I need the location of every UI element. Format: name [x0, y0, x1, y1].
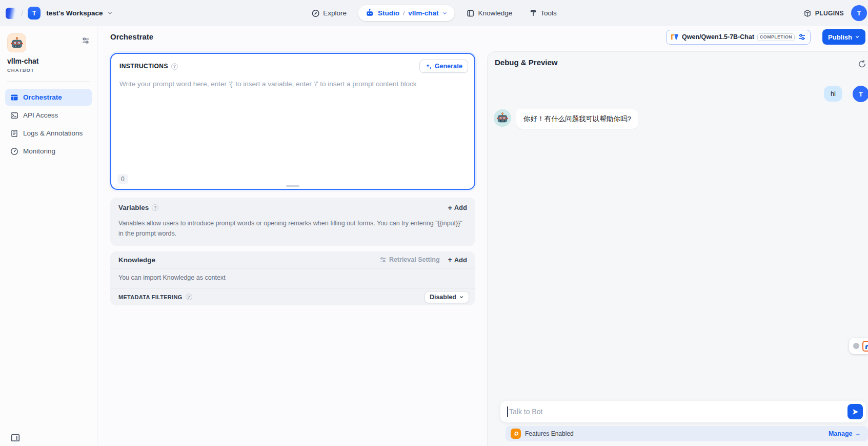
help-icon[interactable]: ?	[186, 294, 192, 300]
topbar-right: PLUGINS T	[803, 5, 864, 21]
sidebar-divider	[7, 81, 90, 82]
publish-button[interactable]: Publish	[822, 29, 865, 45]
app-page: / T test's Workspace Explore Studio / vl…	[0, 0, 868, 446]
send-icon	[852, 408, 859, 416]
metadata-filtering-select[interactable]: Disabled	[425, 291, 469, 303]
help-icon[interactable]: ?	[152, 204, 158, 211]
knowledge-panel: Knowledge Retrieval Setting + Add You ca…	[110, 251, 475, 305]
sidebar-item-api-access[interactable]: API Access	[5, 107, 92, 124]
chat-input-container	[500, 401, 866, 422]
chat-input[interactable]	[500, 401, 866, 422]
variables-panel: Variables ? + Add Variables allow users …	[110, 198, 475, 246]
nav-studio-app-name[interactable]: vllm-chat	[408, 9, 438, 17]
tools-icon	[529, 9, 537, 17]
topbar-nav: Explore Studio / vllm-chat Knowledge Too…	[306, 5, 562, 21]
plugins-button[interactable]: PLUGINS	[803, 9, 844, 17]
robot-emoji-icon	[496, 112, 509, 124]
dify-logo[interactable]	[6, 8, 16, 19]
resize-handle[interactable]	[286, 185, 299, 187]
app-settings-sliders-icon[interactable]	[82, 36, 90, 45]
model-name: Qwen/Qwen1.5-7B-Chat	[682, 33, 754, 41]
sparkle-icon	[425, 63, 432, 70]
app-header	[5, 33, 92, 52]
nav-studio-label[interactable]: Studio	[378, 9, 399, 17]
nav-knowledge-label: Knowledge	[478, 9, 513, 17]
sidebar-item-label: Logs & Annotations	[23, 129, 83, 137]
variables-description: Variables allow users to introduce promp…	[118, 218, 467, 239]
sidebar-item-label: Orchestrate	[23, 93, 62, 101]
user-message-bubble: hi	[824, 86, 842, 102]
user-avatar[interactable]: T	[851, 5, 867, 21]
header-separator	[817, 33, 817, 41]
plugins-label: PLUGINS	[815, 10, 844, 17]
model-settings-sliders-icon[interactable]	[798, 33, 806, 41]
generate-label: Generate	[435, 63, 462, 70]
orchestrate-config: INSTRUCTIONS ? Generate Write your promp…	[110, 53, 475, 305]
workspace-name[interactable]: test's Workspace	[46, 9, 103, 17]
manage-label: Manage	[829, 430, 853, 437]
topbar: / T test's Workspace Explore Studio / vl…	[0, 0, 868, 26]
manage-features-link[interactable]: Manage →	[829, 430, 861, 437]
sidebar-item-monitoring[interactable]: Monitoring	[5, 143, 92, 160]
user-chat-avatar: T	[853, 86, 868, 102]
char-count: 0	[117, 174, 128, 184]
help-icon[interactable]: ?	[171, 63, 178, 70]
add-variable-label: Add	[454, 204, 467, 211]
retrieval-setting-button[interactable]: Retrieval Setting	[379, 256, 440, 263]
collapse-sidebar-icon[interactable]	[11, 433, 20, 442]
model-selector[interactable]: Qwen/Qwen1.5-7B-Chat COMPLETION	[666, 30, 811, 45]
explore-icon	[311, 9, 319, 17]
page-title: Orchestrate	[110, 32, 153, 41]
plus-icon: +	[448, 204, 452, 211]
app-icon[interactable]	[7, 33, 26, 52]
knowledge-title: Knowledge	[118, 256, 155, 264]
generate-button[interactable]: Generate	[419, 60, 468, 73]
sidebar-item-orchestrate[interactable]: Orchestrate	[5, 89, 92, 106]
prompt-editor[interactable]: Write your prompt word here, enter '{' t…	[111, 76, 474, 92]
send-button[interactable]	[847, 404, 863, 419]
logs-document-icon	[10, 129, 18, 138]
add-variable-button[interactable]: + Add	[448, 204, 467, 211]
arrow-right-icon: →	[855, 430, 861, 437]
orchestrate-window-icon	[10, 93, 18, 102]
instructions-header: INSTRUCTIONS ? Generate	[111, 54, 474, 76]
header-controls: Qwen/Qwen1.5-7B-Chat COMPLETION Publish	[666, 29, 865, 45]
knowledge-header: Knowledge Retrieval Setting + Add	[110, 251, 475, 268]
widget-dot-icon	[853, 343, 859, 349]
nav-studio-active[interactable]: Studio / vllm-chat	[358, 5, 455, 21]
bot-chat-avatar	[494, 109, 511, 127]
assistant-message-bubble: 你好！有什么问题我可以帮助你吗?	[516, 109, 638, 129]
text-caret	[507, 406, 508, 417]
add-knowledge-button[interactable]: + Add	[448, 256, 467, 264]
retrieval-sliders-icon	[379, 256, 387, 263]
main-content: Orchestrate Qwen/Qwen1.5-7B-Chat COMPLET…	[97, 26, 868, 446]
features-enabled-label: Features Enabled	[525, 430, 574, 437]
sidebar-item-label: Monitoring	[23, 147, 55, 155]
restart-conversation-icon[interactable]	[858, 60, 866, 68]
workspace-avatar[interactable]: T	[28, 7, 41, 20]
publish-label: Publish	[828, 33, 852, 41]
debug-preview-panel: Debug & Preview hi T 你好！有什么问题我可以帮助你吗?	[487, 51, 868, 446]
knowledge-icon	[467, 9, 475, 17]
chevron-down-icon[interactable]	[442, 11, 448, 16]
monitoring-gauge-icon	[10, 147, 18, 156]
features-icon	[511, 429, 521, 439]
browser-extension-widget[interactable]	[849, 338, 868, 354]
nav-knowledge[interactable]: Knowledge	[461, 6, 518, 21]
metadata-filtering-label: METADATA FILTERING	[118, 294, 183, 300]
sidebar-item-logs-annotations[interactable]: Logs & Annotations	[5, 125, 92, 142]
nav-tools[interactable]: Tools	[524, 6, 562, 21]
package-icon	[803, 9, 812, 17]
metadata-filtering-value: Disabled	[430, 294, 456, 301]
add-knowledge-label: Add	[454, 256, 467, 264]
nav-explore[interactable]: Explore	[306, 6, 352, 21]
topbar-left: / T test's Workspace	[6, 7, 113, 20]
retrieval-setting-label: Retrieval Setting	[389, 256, 440, 263]
metadata-filtering-row: METADATA FILTERING ? Disabled	[110, 288, 475, 305]
plus-icon: +	[448, 256, 452, 263]
breadcrumb-slash: /	[403, 10, 405, 17]
chevron-down-icon[interactable]	[107, 10, 113, 16]
app-name: vllm-chat	[7, 57, 90, 65]
widget-logo-icon	[862, 341, 868, 352]
debug-preview-title: Debug & Preview	[495, 58, 558, 67]
